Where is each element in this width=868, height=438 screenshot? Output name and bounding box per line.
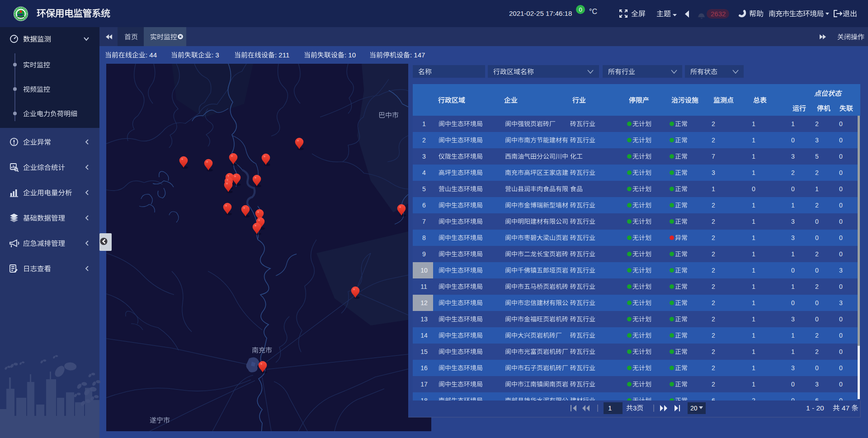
svg-text:2: 2 xyxy=(712,299,715,306)
svg-text:2632: 2632 xyxy=(711,10,726,18)
svg-text:0: 0 xyxy=(815,234,819,241)
svg-text:°C: °C xyxy=(589,8,597,15)
svg-text:1: 1 xyxy=(752,169,755,176)
svg-text:1: 1 xyxy=(752,316,755,323)
svg-text:1: 1 xyxy=(752,283,755,290)
svg-text:6: 6 xyxy=(422,202,426,209)
svg-text:0: 0 xyxy=(839,364,843,372)
svg-text:: 3: : 3 xyxy=(212,51,219,59)
svg-text:16: 16 xyxy=(420,364,428,372)
svg-text:2: 2 xyxy=(712,364,715,372)
svg-text:0: 0 xyxy=(839,332,843,339)
svg-text:20: 20 xyxy=(690,405,698,412)
svg-text:0: 0 xyxy=(839,250,843,258)
svg-text:2: 2 xyxy=(815,332,819,339)
svg-text:0: 0 xyxy=(815,218,819,225)
svg-text:0: 0 xyxy=(839,381,843,388)
svg-text:: 211: : 211 xyxy=(275,51,289,59)
svg-text:3: 3 xyxy=(791,316,795,323)
svg-text:1: 1 xyxy=(752,153,755,160)
svg-text:0: 0 xyxy=(839,137,843,144)
svg-text:2: 2 xyxy=(815,169,819,176)
svg-text:2: 2 xyxy=(791,169,795,176)
svg-text:0: 0 xyxy=(815,364,819,372)
svg-text:2: 2 xyxy=(815,250,819,258)
svg-text:2: 2 xyxy=(815,348,819,355)
svg-text:2: 2 xyxy=(712,332,715,339)
svg-text:2: 2 xyxy=(712,218,715,225)
svg-text:2: 2 xyxy=(712,348,715,355)
svg-text:1: 1 xyxy=(752,267,755,274)
svg-text:: 10: : 10 xyxy=(344,51,356,59)
svg-text:2: 2 xyxy=(422,137,426,144)
svg-text:3: 3 xyxy=(633,404,637,412)
svg-text:5: 5 xyxy=(422,185,426,193)
svg-text:0: 0 xyxy=(815,267,819,274)
svg-text:17: 17 xyxy=(420,381,428,388)
svg-text:0: 0 xyxy=(839,218,843,225)
svg-text:1: 1 xyxy=(791,348,795,355)
svg-text:1: 1 xyxy=(752,234,755,241)
svg-text:0: 0 xyxy=(791,299,795,306)
svg-text:0: 0 xyxy=(791,185,795,193)
svg-text:: 44: : 44 xyxy=(146,51,157,59)
svg-text:2: 2 xyxy=(712,137,715,144)
svg-text:1: 1 xyxy=(752,332,755,339)
svg-text:1: 1 xyxy=(791,283,795,290)
svg-text:0: 0 xyxy=(791,267,795,274)
svg-text:2: 2 xyxy=(815,120,819,127)
svg-text:0: 0 xyxy=(839,348,843,355)
svg-text:2: 2 xyxy=(712,316,715,323)
svg-text:11: 11 xyxy=(420,283,427,290)
svg-text:3: 3 xyxy=(791,153,795,160)
svg-text:1: 1 xyxy=(752,381,755,388)
svg-text:1: 1 xyxy=(752,137,755,144)
svg-text:47: 47 xyxy=(840,404,852,412)
svg-text:1: 1 xyxy=(791,120,795,127)
svg-text:3: 3 xyxy=(815,381,819,388)
svg-text:2: 2 xyxy=(712,267,715,274)
svg-text:0: 0 xyxy=(839,153,843,160)
svg-text:1: 1 xyxy=(791,250,795,258)
svg-text:2: 2 xyxy=(712,250,715,258)
svg-text:1: 1 xyxy=(752,218,755,225)
svg-text:8: 8 xyxy=(422,234,426,241)
svg-text:5: 5 xyxy=(815,153,819,160)
svg-text:4: 4 xyxy=(422,169,426,176)
svg-text:0: 0 xyxy=(791,137,795,144)
svg-text:2: 2 xyxy=(712,120,715,127)
svg-text:2: 2 xyxy=(712,202,715,209)
svg-text:1: 1 xyxy=(752,120,755,127)
svg-text:7: 7 xyxy=(422,218,426,225)
svg-text:0: 0 xyxy=(579,6,582,13)
svg-text:14: 14 xyxy=(420,332,428,339)
svg-text:: 147: : 147 xyxy=(410,51,425,59)
svg-text:1: 1 xyxy=(791,202,795,209)
svg-text:0: 0 xyxy=(815,316,819,323)
svg-text:1: 1 xyxy=(791,332,795,339)
svg-text:3: 3 xyxy=(791,364,795,372)
svg-text:3: 3 xyxy=(712,169,715,176)
svg-text:1 - 20: 1 - 20 xyxy=(806,404,824,412)
svg-text:1: 1 xyxy=(712,185,715,193)
svg-text:1: 1 xyxy=(752,250,755,258)
svg-text:0: 0 xyxy=(839,316,843,323)
svg-text:0: 0 xyxy=(839,202,843,209)
svg-text:2: 2 xyxy=(815,283,819,290)
svg-text:0: 0 xyxy=(752,185,755,193)
svg-text:10: 10 xyxy=(420,267,428,274)
svg-text:15: 15 xyxy=(420,348,428,355)
svg-text:1: 1 xyxy=(422,120,426,127)
svg-text:1: 1 xyxy=(752,364,755,372)
svg-text:2: 2 xyxy=(815,202,819,209)
svg-text:3: 3 xyxy=(791,234,795,241)
svg-text:1: 1 xyxy=(815,185,819,193)
svg-text:3: 3 xyxy=(815,137,819,144)
svg-text:0: 0 xyxy=(839,283,843,290)
svg-text:3: 3 xyxy=(839,299,843,306)
svg-text:0: 0 xyxy=(839,169,843,176)
svg-text:0: 0 xyxy=(815,299,819,306)
svg-text:1: 1 xyxy=(752,348,755,355)
svg-text:0: 0 xyxy=(839,185,843,193)
svg-text:9: 9 xyxy=(422,250,426,258)
